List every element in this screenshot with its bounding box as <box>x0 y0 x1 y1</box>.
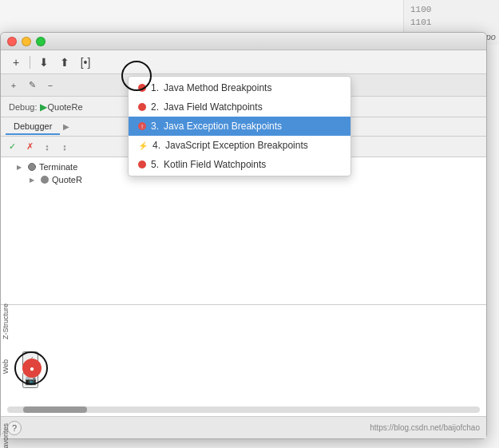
menu-item-java-field[interactable]: 2. Java Field Watchpoints <box>129 97 350 117</box>
menu-item-js-exception[interactable]: ⚡ 4. JavaScript Exception Breakpoints <box>129 136 350 155</box>
js-exception-number: 4. <box>152 140 160 151</box>
js-exception-icon: ⚡ <box>138 141 148 150</box>
close-button[interactable] <box>7 37 17 46</box>
java-field-number: 2. <box>151 101 159 113</box>
kotlin-field-icon <box>138 161 146 168</box>
enable-button[interactable]: ✓ <box>4 139 20 155</box>
traffic-lights <box>7 37 46 46</box>
toolbar-separator-1 <box>30 56 30 69</box>
import-button[interactable]: ⬆ <box>56 54 73 71</box>
top-toolbar: + ⬇ ⬆ [•] <box>1 50 486 74</box>
tree-arrow-terminate: ▶ <box>17 164 25 171</box>
java-method-number: 1. <box>151 82 159 93</box>
menu-item-java-method[interactable]: 1. Java Method Breakpoints <box>129 78 350 97</box>
menu-item-kotlin-field[interactable]: 5. Kotlin Field Watchpoints <box>129 155 350 174</box>
help-button[interactable]: ? <box>7 421 22 435</box>
minimize-button[interactable] <box>22 37 31 46</box>
red-dot-button[interactable]: ● <box>22 359 42 378</box>
java-exception-label: Java Exception Breakpoints <box>164 121 282 132</box>
terminate-label: Terminate <box>39 162 77 172</box>
debug-label: Debug: <box>6 102 40 112</box>
tree-view: ▶ Terminate ▶ QuoteR <box>1 157 486 304</box>
disable-button[interactable]: ✗ <box>22 139 38 155</box>
sort-button[interactable]: ↕ <box>39 139 55 155</box>
tab-debugger[interactable]: Debugger <box>6 119 60 135</box>
config-button[interactable]: [•] <box>77 54 94 71</box>
menu-item-java-exception[interactable]: ! 3. Java Exception Breakpoints <box>129 117 350 136</box>
red-dot-inner: ● <box>30 364 34 373</box>
export-button[interactable]: ⬇ <box>35 54 53 71</box>
line-1100: 1100 <box>410 3 493 16</box>
debug-session-icon: ▶ <box>40 101 47 113</box>
java-field-label: Java Field Watchpoints <box>164 101 263 113</box>
kotlin-field-label: Kotlin Field Watchpoints <box>164 159 266 170</box>
line-1101: 1101 <box>410 16 493 29</box>
add-breakpoint-button[interactable]: + <box>7 54 25 71</box>
java-field-icon <box>138 103 146 111</box>
java-method-icon <box>138 84 146 92</box>
maximize-button[interactable] <box>36 37 46 46</box>
quote-icon <box>41 176 49 184</box>
terminate-icon <box>28 163 36 171</box>
remove-session-button[interactable]: − <box>42 77 58 93</box>
debug-session-name: QuoteRe <box>47 102 82 112</box>
console-scrollbar[interactable] <box>7 406 480 413</box>
kotlin-field-number: 5. <box>151 159 159 170</box>
edit-session-button[interactable]: ✎ <box>24 77 40 93</box>
filter-button[interactable]: ↕ <box>57 139 73 155</box>
tree-arrow-quote: ▶ <box>30 176 38 184</box>
add-session-button[interactable]: + <box>6 77 22 93</box>
status-url: https://blog.csdn.net/baijofchao <box>370 423 480 432</box>
js-exception-label: JavaScript Exception Breakpoints <box>165 140 308 151</box>
help-bar: ? https://blog.csdn.net/baijofchao <box>1 416 486 438</box>
console-area <box>1 304 486 416</box>
java-method-label: Java Method Breakpoints <box>164 82 271 93</box>
tab-arrow: ▶ <box>60 122 73 131</box>
quote-label: QuoteR <box>52 175 82 184</box>
console-scrollbar-thumb[interactable] <box>23 406 87 413</box>
title-bar <box>1 33 486 50</box>
breakpoint-type-dropdown: 1. Java Method Breakpoints 2. Java Field… <box>128 76 351 176</box>
java-exception-number: 3. <box>151 121 159 132</box>
java-exception-icon: ! <box>138 122 146 130</box>
